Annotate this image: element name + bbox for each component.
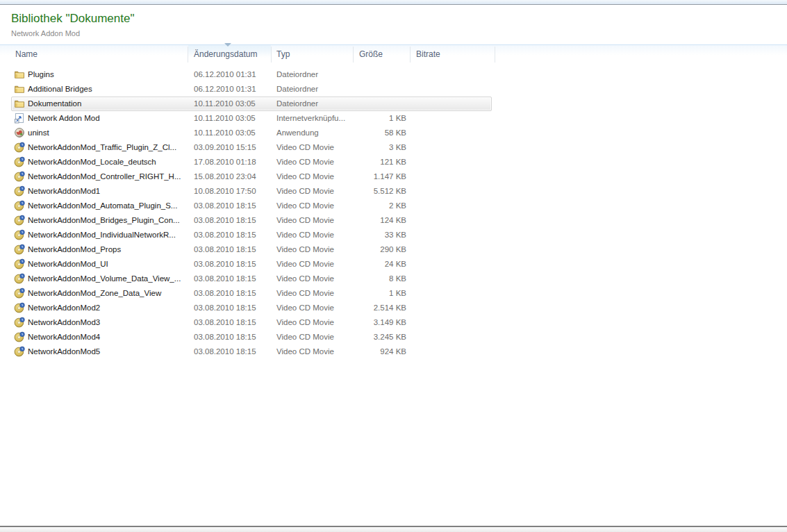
table-row[interactable]: NetworkAddonMod_Automata_Plugin_S... 03.… xyxy=(11,199,492,213)
file-modified-date: 03.08.2010 18:15 xyxy=(194,344,267,359)
file-size: 58 KB xyxy=(333,126,406,140)
table-row[interactable]: NetworkAddonMod4 03.08.2010 18:15 Video … xyxy=(11,330,492,344)
table-row[interactable]: NetworkAddonMod_UI 03.08.2010 18:15 Vide… xyxy=(11,257,492,272)
file-modified-date: 10.11.2010 03:05 xyxy=(194,111,267,126)
file-bitrate xyxy=(415,126,492,140)
file-bitrate xyxy=(415,344,492,359)
file-name: Dokumentation xyxy=(28,97,193,111)
column-header-name[interactable]: Name xyxy=(15,45,182,63)
file-name: Network Addon Mod xyxy=(28,111,193,126)
internet-shortcut-icon xyxy=(14,113,25,124)
file-bitrate xyxy=(415,140,492,155)
file-size: 24 KB xyxy=(333,257,406,272)
file-bitrate xyxy=(415,199,492,213)
file-size xyxy=(333,67,406,82)
file-bitrate xyxy=(415,330,492,344)
column-separator[interactable] xyxy=(271,47,272,63)
table-row[interactable]: NetworkAddonMod_Locale_deutsch 17.08.201… xyxy=(11,155,492,169)
file-name: NetworkAddonMod_Zone_Data_View xyxy=(28,286,193,301)
table-row[interactable]: uninst 10.11.2010 03:05 Anwendung 58 KB xyxy=(11,126,492,140)
table-row[interactable]: Plugins 06.12.2010 01:31 Dateiordner xyxy=(11,67,492,82)
file-name: NetworkAddonMod3 xyxy=(28,315,193,330)
file-name: NetworkAddonMod2 xyxy=(28,301,193,315)
video-cd-icon xyxy=(14,288,25,299)
column-header-bitrate[interactable]: Bitrate xyxy=(416,45,486,63)
file-size: 5.512 KB xyxy=(333,184,406,199)
file-bitrate xyxy=(415,315,492,330)
video-cd-icon xyxy=(14,244,25,255)
table-row[interactable]: NetworkAddonMod_Volume_Data_View_... 03.… xyxy=(11,272,492,286)
file-name: NetworkAddonMod_Locale_deutsch xyxy=(28,155,193,169)
file-size: 121 KB xyxy=(333,155,406,169)
sort-descending-icon xyxy=(224,43,231,47)
toolbar-bottom-edge xyxy=(0,0,787,5)
file-size: 33 KB xyxy=(333,228,406,242)
column-header-type[interactable]: Typ xyxy=(276,45,350,63)
folder-icon xyxy=(14,83,25,94)
file-modified-date: 15.08.2010 23:04 xyxy=(194,169,267,184)
column-header-modified-date[interactable]: Änderungsdatum xyxy=(194,45,269,63)
application-icon xyxy=(14,127,25,138)
file-size: 3 KB xyxy=(333,140,406,155)
file-size: 1 KB xyxy=(333,111,406,126)
file-bitrate xyxy=(415,184,492,199)
file-size: 8 KB xyxy=(333,272,406,286)
file-bitrate xyxy=(415,155,492,169)
file-name: NetworkAddonMod_Automata_Plugin_S... xyxy=(28,199,193,213)
column-separator[interactable] xyxy=(353,47,354,63)
column-separator[interactable] xyxy=(188,47,188,63)
column-separator[interactable] xyxy=(495,47,495,63)
table-row[interactable]: NetworkAddonMod_Bridges_Plugin_Con... 03… xyxy=(11,213,492,228)
table-row[interactable]: Network Addon Mod 10.11.2010 03:05 Inter… xyxy=(11,111,492,126)
file-name: Additional Bridges xyxy=(28,82,193,97)
table-row[interactable]: NetworkAddonMod2 03.08.2010 18:15 Video … xyxy=(11,301,492,315)
video-cd-icon xyxy=(14,229,25,240)
file-name: Plugins xyxy=(28,67,193,82)
file-modified-date: 03.08.2010 18:15 xyxy=(194,213,267,228)
table-row[interactable]: NetworkAddonMod5 03.08.2010 18:15 Video … xyxy=(11,344,492,359)
column-header-bar: Name Änderungsdatum Typ Größe Bitrate xyxy=(0,44,787,64)
file-bitrate xyxy=(415,286,492,301)
file-size xyxy=(333,82,406,97)
file-size: 2 KB xyxy=(333,199,406,213)
file-bitrate xyxy=(415,257,492,272)
table-row[interactable]: NetworkAddonMod_Props 03.08.2010 18:15 V… xyxy=(11,242,492,257)
file-name: NetworkAddonMod1 xyxy=(28,184,193,199)
video-cd-icon xyxy=(14,346,25,357)
file-name: NetworkAddonMod_Controller_RIGHT_H... xyxy=(28,169,193,184)
file-modified-date: 10.11.2010 03:05 xyxy=(194,126,267,140)
file-modified-date: 06.12.2010 01:31 xyxy=(194,82,267,97)
video-cd-icon xyxy=(14,200,25,211)
column-separator[interactable] xyxy=(410,47,411,63)
table-row[interactable]: NetworkAddonMod_Traffic_Plugin_Z_Cl... 0… xyxy=(11,140,492,155)
video-cd-icon xyxy=(14,302,25,313)
statusbar-top-edge xyxy=(0,527,787,532)
video-cd-icon xyxy=(14,317,25,328)
file-size: 290 KB xyxy=(333,242,406,257)
table-row[interactable]: Additional Bridges 06.12.2010 01:31 Date… xyxy=(11,82,492,97)
library-subtitle: Network Addon Mod xyxy=(11,29,80,38)
file-bitrate xyxy=(415,82,492,97)
file-name: NetworkAddonMod5 xyxy=(28,344,193,359)
table-row[interactable]: NetworkAddonMod_IndividualNetworkR... 03… xyxy=(11,228,492,242)
file-bitrate xyxy=(415,213,492,228)
file-modified-date: 03.08.2010 18:15 xyxy=(194,228,267,242)
table-row[interactable]: NetworkAddonMod_Controller_RIGHT_H... 15… xyxy=(11,169,492,184)
video-cd-icon xyxy=(14,142,25,153)
video-cd-icon xyxy=(14,171,25,182)
video-cd-icon xyxy=(14,258,25,269)
file-bitrate xyxy=(415,272,492,286)
table-row[interactable]: NetworkAddonMod3 03.08.2010 18:15 Video … xyxy=(11,315,492,330)
file-bitrate xyxy=(415,67,492,82)
file-bitrate xyxy=(415,111,492,126)
table-row[interactable]: NetworkAddonMod1 10.08.2010 17:50 Video … xyxy=(11,184,492,199)
file-size xyxy=(333,97,406,111)
file-size: 2.514 KB xyxy=(333,301,406,315)
file-size: 3.245 KB xyxy=(333,330,406,344)
file-modified-date: 17.08.2010 01:18 xyxy=(194,155,267,169)
file-name: NetworkAddonMod_Volume_Data_View_... xyxy=(28,272,193,286)
table-row[interactable]: NetworkAddonMod_Zone_Data_View 03.08.201… xyxy=(11,286,492,301)
column-header-size[interactable]: Größe xyxy=(359,45,408,63)
video-cd-icon xyxy=(14,273,25,284)
table-row-selected[interactable]: Dokumentation 10.11.2010 03:05 Dateiordn… xyxy=(11,97,492,111)
